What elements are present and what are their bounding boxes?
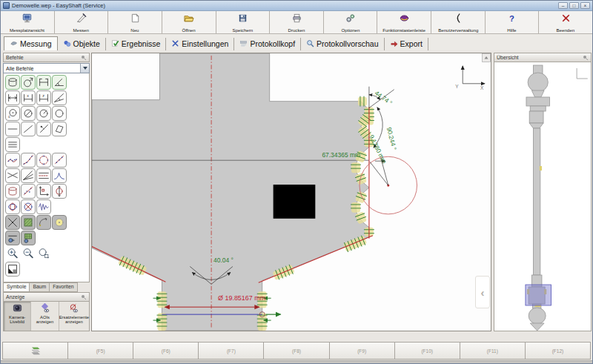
tab-messung[interactable]: Messung	[4, 36, 58, 50]
tool-intersection-button[interactable]	[5, 215, 20, 230]
tab-einstellungen[interactable]: Einstellungen	[166, 38, 234, 50]
measurement-canvas[interactable]: 44.74 ° 90.244 ° 9.1280 mm 67.34365 mm 4…	[91, 53, 491, 331]
toolbar-button-workstation[interactable]: Messplatzansicht	[1, 11, 55, 33]
tool-contour-circle-button[interactable]	[36, 153, 51, 168]
function-key-button-F8[interactable]: (F8)	[264, 342, 329, 360]
tool-parallel-lines-button[interactable]	[5, 137, 20, 152]
scrollbar-up-icon[interactable]	[483, 53, 491, 62]
tab-export[interactable]: Export	[385, 38, 428, 50]
toolbar-button-help[interactable]: ?Hilfe	[486, 11, 540, 33]
tab-objekte[interactable]: Objekte	[58, 38, 106, 50]
tab-label: Messung	[20, 39, 52, 48]
tool-distance-x-button[interactable]: x	[21, 90, 36, 105]
tool-cylinder-button[interactable]	[5, 75, 20, 90]
export-arrow-icon	[390, 39, 398, 49]
toolbar-button-user-management[interactable]: Benutzerverwaltung	[431, 11, 486, 33]
function-key-button-F11[interactable]: (F11)	[460, 342, 526, 360]
tab-protokollvorschau[interactable]: Protokollvorschau	[301, 38, 384, 50]
toolbar-button-open-folder[interactable]: Öffnen	[162, 11, 216, 33]
command-filter-dropdown[interactable]: Alle Befehle	[3, 63, 90, 73]
results-check-icon	[111, 39, 119, 49]
tool-arc-probe-button[interactable]	[36, 215, 51, 230]
tool-distance-z-button[interactable]: z	[36, 90, 51, 105]
toolbar-button-function-keys[interactable]: Funktionstastenleiste	[377, 11, 431, 33]
tool-ellipse-fit-button[interactable]	[5, 199, 20, 214]
display-toggle-aoi[interactable]: AOIs anzeigen	[31, 302, 59, 331]
function-key-button-F5[interactable]: (F5)	[68, 342, 133, 360]
toolbar-button-label: Messplatzansicht	[10, 27, 44, 33]
title-bar: Demowelle.wep - EasyShaft (Service) – □ …	[1, 1, 592, 11]
tool-element-grid-button[interactable]	[21, 231, 36, 245]
pin-icon[interactable]	[81, 55, 87, 61]
dim-angle-bottom: 40.04 °	[213, 257, 233, 264]
tool-circle-center-button[interactable]: c	[5, 106, 20, 121]
tool-curve-peak-button[interactable]	[52, 168, 67, 183]
app-window: Demowelle.wep - EasyShaft (Service) – □ …	[0, 0, 593, 364]
tool-axis-corner-button[interactable]	[36, 184, 51, 199]
tool-curve-fit-wave-button[interactable]	[5, 153, 20, 168]
chevron-down-icon[interactable]	[80, 64, 89, 73]
tab-label: Protokollkopf	[250, 39, 295, 48]
function-key-button-F9[interactable]: (F9)	[330, 342, 395, 360]
tool-plane-hatch-button[interactable]	[21, 215, 36, 230]
tool-lines-fan-button[interactable]	[21, 168, 36, 183]
palette-tab-favoriten[interactable]: Favoriten	[50, 282, 77, 292]
toolbar-button-options[interactable]: Optionen	[324, 11, 378, 33]
help-icon: ?	[506, 13, 517, 27]
function-key-button-F12[interactable]: (F12)	[526, 342, 591, 360]
tool-circle-cross-button[interactable]	[21, 199, 36, 214]
tool-angle-open-button[interactable]	[52, 75, 67, 90]
function-key-button-F6[interactable]: (F6)	[133, 342, 199, 360]
tab-label: Einstellungen	[182, 39, 228, 48]
tool-circle-axis-button[interactable]	[52, 184, 67, 199]
tab-ergebnisse[interactable]: Ergebnisse	[106, 38, 167, 50]
display-toggle-substitute-elements[interactable]: Ersatzelemente anzeigen	[59, 302, 89, 331]
tool-width-bracket-button[interactable]	[36, 75, 51, 90]
display-toggle-camera[interactable]: Kamera-Livebild	[4, 302, 31, 331]
close-button[interactable]: ×	[580, 2, 590, 9]
pin-icon[interactable]	[583, 55, 589, 61]
function-bar-layers-button[interactable]	[2, 342, 68, 360]
tool-line-diagonal-button[interactable]	[21, 122, 36, 136]
tool-circle-highlight-button[interactable]	[52, 215, 67, 230]
tool-view-corner-button[interactable]	[5, 262, 20, 277]
toolbar-button-print[interactable]: Drucken	[270, 11, 324, 33]
toolbar-button-new-file[interactable]: Neu	[108, 11, 162, 33]
overview-canvas[interactable]	[494, 62, 592, 331]
tool-circle-arrow-button[interactable]	[21, 75, 36, 90]
tool-zoom-out-button[interactable]	[21, 246, 36, 261]
toolbar-button-save[interactable]: Speichern	[216, 11, 271, 33]
toolbar-button-exit[interactable]: Beenden	[539, 11, 592, 33]
tool-angle-small-button[interactable]	[52, 90, 67, 105]
tool-line-mid-button[interactable]	[36, 168, 51, 183]
collapse-panel-button[interactable]: ‹	[475, 276, 490, 308]
tool-line-horizontal-button[interactable]	[5, 122, 20, 136]
tool-element-line-button[interactable]	[5, 231, 20, 245]
palette-tab-baum[interactable]: Baum	[30, 282, 50, 292]
tool-lines-cross-button[interactable]	[5, 168, 20, 183]
function-key-button-F7[interactable]: (F7)	[199, 342, 264, 360]
palette-tab-symbole[interactable]: Symbole	[3, 282, 30, 292]
tool-zoom-window-button[interactable]	[36, 246, 51, 261]
tool-line-fit-button[interactable]	[52, 153, 67, 168]
options-icon	[345, 13, 356, 27]
minimize-button[interactable]: –	[558, 2, 568, 9]
maximize-button[interactable]: □	[569, 2, 579, 9]
tool-zoom-in-button[interactable]	[5, 246, 20, 261]
tool-circle-button[interactable]	[52, 106, 67, 121]
tool-scatter-arrow-button[interactable]	[21, 184, 36, 199]
tab-protokollkopf[interactable]: Protokollkopf	[234, 38, 301, 50]
tool-circle-radius-button[interactable]	[36, 106, 51, 121]
tool-quad-button[interactable]	[52, 122, 67, 136]
current-view-selection[interactable]	[526, 285, 551, 305]
tool-circle-diameter-button[interactable]	[21, 106, 36, 121]
toolbar-button-caliper[interactable]: Messen	[55, 11, 109, 33]
tool-cylinder-red-button[interactable]	[5, 184, 20, 199]
function-key-button-F10[interactable]: (F10)	[395, 342, 460, 360]
tool-distance-button[interactable]	[5, 90, 20, 105]
tool-curve-fit-rise-button[interactable]	[21, 153, 36, 168]
pin-icon[interactable]	[81, 294, 87, 300]
tool-point-to-line-button[interactable]	[36, 122, 51, 136]
dim-diameter: Ø 19.85167 mm	[218, 294, 265, 302]
tool-signal-wave-button[interactable]	[36, 199, 51, 214]
